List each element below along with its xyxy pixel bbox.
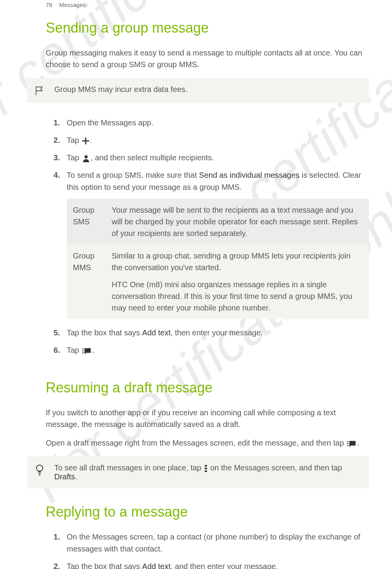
tip-bold: Drafts <box>54 472 75 481</box>
draft-paragraph-1: If you switch to another app or if you r… <box>46 407 369 430</box>
table-cell-label: Group MMS <box>67 245 105 319</box>
step-text: , then enter your message. <box>171 328 263 337</box>
step-text: , and then select multiple recipients. <box>91 153 214 162</box>
table-cell-paragraph: Similar to a group chat, sending a group… <box>112 250 363 273</box>
tip-segment: . <box>75 472 77 481</box>
step-text: Tap <box>67 136 81 144</box>
step-item: Open the Messages app. <box>54 117 369 129</box>
lightbulb-icon <box>34 463 45 476</box>
page-header: 78 Messages <box>46 0 369 8</box>
step-item: Tap the box that says Add text, then ent… <box>54 327 369 339</box>
tip-text: To see all draft messages in one place, … <box>54 463 357 481</box>
send-icon <box>347 440 356 447</box>
note-text: Group MMS may incur extra data fees. <box>54 85 187 94</box>
step-text: On the Messages screen, tap a contact (o… <box>67 533 360 553</box>
reply-steps-list: On the Messages screen, tap a contact (o… <box>46 531 369 569</box>
step-item: Tap the box that says Add text, and then… <box>54 560 369 569</box>
svg-rect-2 <box>205 465 207 467</box>
svg-point-0 <box>85 155 88 158</box>
table-cell-text: Your message will be sent to the recipie… <box>105 199 369 245</box>
table-cell-text: Similar to a group chat, sending a group… <box>105 245 369 319</box>
table-cell-label: Group SMS <box>67 199 105 245</box>
page-number: 78 <box>46 2 52 8</box>
step-text: . <box>90 136 92 144</box>
group-steps-list: Open the Messages app. Tap . Tap , and t… <box>46 117 369 356</box>
menu-dots-icon <box>204 465 207 472</box>
section-name: Messages <box>59 2 86 8</box>
table-row: Group SMS Your message will be sent to t… <box>67 199 369 245</box>
step-text: . <box>92 346 95 354</box>
step-text: To send a group SMS, make sure that <box>67 171 199 179</box>
svg-rect-3 <box>205 468 207 469</box>
contact-icon <box>82 154 90 162</box>
heading-resuming-draft: Resuming a draft message <box>46 380 369 396</box>
tip-box: To see all draft messages in one place, … <box>27 456 369 488</box>
step-bold: Add text <box>142 328 171 337</box>
step-text: , and then enter your message. <box>171 562 278 569</box>
step-bold: Add text <box>142 562 171 569</box>
tip-segment: on the Messages screen, and then tap <box>208 463 342 472</box>
step-item: Tap , and then select multiple recipient… <box>54 152 369 164</box>
tip-segment: To see all draft messages in one place, … <box>54 463 204 472</box>
plus-icon <box>82 137 89 144</box>
step-item: Tap . <box>54 134 369 146</box>
step-text: Open the Messages app. <box>67 118 153 127</box>
svg-rect-4 <box>205 470 207 472</box>
note-box: Group MMS may incur extra data fees. <box>27 78 369 103</box>
step-item: Tap . <box>54 344 369 356</box>
paragraph-text: . <box>357 439 359 447</box>
heading-sending-group-message: Sending a group message <box>46 20 369 36</box>
heading-replying: Replying to a message <box>46 504 369 520</box>
step-text: Tap <box>67 346 81 354</box>
table-row: Group MMS Similar to a group chat, sendi… <box>67 245 369 319</box>
step-item: To send a group SMS, make sure that Send… <box>54 169 369 319</box>
send-icon <box>82 347 92 354</box>
step-text: Tap the box that says <box>67 328 142 337</box>
step-bold: Send as individual messages <box>199 171 299 179</box>
flag-icon <box>34 85 45 96</box>
table-cell-paragraph: HTC One (m8) mini also organizes message… <box>112 279 363 314</box>
paragraph-text: Open a draft message right from the Mess… <box>46 439 346 447</box>
svg-point-1 <box>36 465 43 471</box>
step-text: Tap the box that says <box>67 562 142 569</box>
group-sms-mms-table: Group SMS Your message will be sent to t… <box>67 199 369 319</box>
draft-paragraph-2: Open a draft message right from the Mess… <box>46 437 369 449</box>
group-intro-paragraph: Group messaging makes it easy to send a … <box>46 47 369 70</box>
step-text: Tap <box>67 153 81 162</box>
step-item: On the Messages screen, tap a contact (o… <box>54 531 369 555</box>
